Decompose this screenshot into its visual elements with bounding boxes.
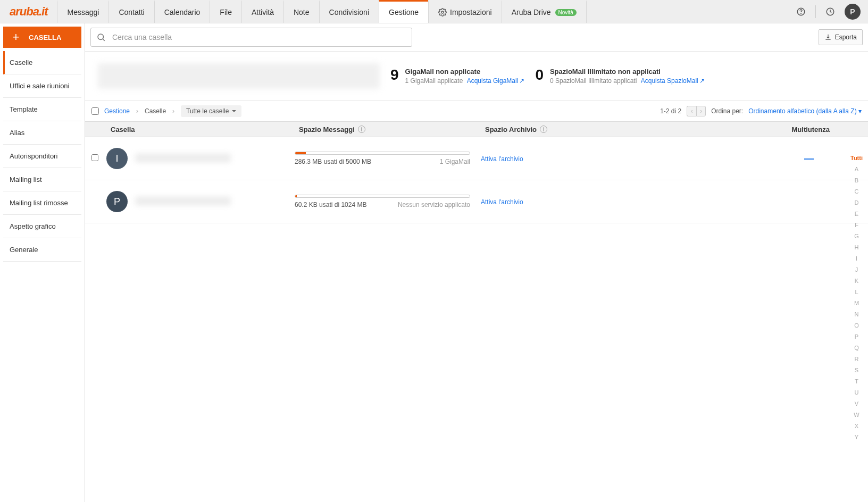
search-box[interactable] bbox=[90, 28, 412, 47]
alpha-a[interactable]: A bbox=[850, 164, 863, 175]
sort-dropdown[interactable]: Ordinamento alfabetico (dalla A alla Z) … bbox=[748, 107, 862, 115]
alpha-t[interactable]: T bbox=[850, 376, 863, 387]
usage-bar bbox=[295, 195, 470, 198]
new-casella-button[interactable]: + CASELLA bbox=[3, 27, 81, 48]
alpha-g[interactable]: G bbox=[850, 231, 863, 242]
activate-archive-link[interactable]: Attiva l'archivio bbox=[481, 155, 523, 163]
alpha-l[interactable]: L bbox=[850, 287, 863, 298]
alpha-h[interactable]: H bbox=[850, 242, 863, 253]
mailbox-address-redacted bbox=[135, 196, 231, 206]
alpha-w[interactable]: W bbox=[850, 409, 863, 421]
alpha-j[interactable]: J bbox=[850, 264, 863, 275]
new-casella-label: CASELLA bbox=[29, 34, 61, 41]
alpha-p[interactable]: P bbox=[850, 331, 863, 342]
history-icon[interactable] bbox=[821, 3, 839, 21]
tab-condivisioni[interactable]: Condivisioni bbox=[319, 0, 379, 23]
sidebar-item-autorisponditori[interactable]: Autorisponditori bbox=[3, 145, 81, 168]
chevron-right-icon: › bbox=[172, 107, 174, 115]
tab-aruba-drive[interactable]: Aruba DriveNovità bbox=[502, 0, 587, 23]
alpha-u[interactable]: U bbox=[850, 387, 863, 398]
domain-info-redacted bbox=[98, 63, 380, 89]
buy-gigamail-link[interactable]: Acquista GigaMail↗ bbox=[467, 77, 525, 85]
breadcrumb-root[interactable]: Gestione bbox=[104, 107, 130, 115]
alpha-s[interactable]: S bbox=[850, 365, 863, 376]
alpha-y[interactable]: Y bbox=[850, 432, 863, 443]
alpha-f[interactable]: F bbox=[850, 220, 863, 231]
activate-archive-link[interactable]: Attiva l'archivio bbox=[481, 198, 523, 206]
table-row[interactable]: I286.3 MB usati di 5000 MB1 GigaMailAtti… bbox=[85, 137, 868, 180]
alpha-d[interactable]: D bbox=[850, 197, 863, 208]
prev-page-button[interactable]: ‹ bbox=[687, 106, 696, 116]
tab-calendario[interactable]: Calendario bbox=[154, 0, 210, 23]
plus-icon: + bbox=[3, 30, 29, 44]
gigamail-sub: 1 GigaMail applicate bbox=[405, 77, 463, 85]
spaziomail-count: 0 bbox=[535, 68, 544, 82]
export-label: Esporta bbox=[835, 34, 857, 41]
sidebar-item-uffici-e-sale-riunioni[interactable]: Uffici e sale riunioni bbox=[3, 74, 81, 98]
tab-note[interactable]: Note bbox=[283, 0, 319, 23]
alpha-q[interactable]: Q bbox=[850, 342, 863, 354]
sidebar-item-caselle[interactable]: Caselle bbox=[3, 51, 81, 74]
filter-dropdown[interactable]: Tutte le caselle bbox=[181, 105, 241, 117]
alpha-k[interactable]: K bbox=[850, 275, 863, 287]
service-text: Nessun servizio applicato bbox=[398, 201, 470, 208]
alpha-all[interactable]: Tutti bbox=[850, 153, 863, 164]
buy-spaziomail-link[interactable]: Acquista SpazioMail↗ bbox=[641, 77, 705, 85]
service-text: 1 GigaMail bbox=[440, 158, 470, 165]
alpha-i[interactable]: I bbox=[850, 253, 863, 264]
sidebar-item-generale[interactable]: Generale bbox=[3, 238, 81, 262]
svg-point-3 bbox=[98, 34, 104, 40]
gigamail-count: 9 bbox=[390, 68, 399, 82]
brand-logo[interactable]: aruba.it bbox=[0, 0, 57, 23]
tab-file[interactable]: File bbox=[210, 0, 241, 23]
tab-contatti[interactable]: Contatti bbox=[108, 0, 154, 23]
tab-gestione[interactable]: Gestione bbox=[379, 0, 428, 23]
tab-attività[interactable]: Attività bbox=[241, 0, 283, 23]
chevron-down-icon: ▾ bbox=[858, 107, 862, 115]
novita-badge: Novità bbox=[555, 9, 577, 16]
alpha-x[interactable]: X bbox=[850, 421, 863, 432]
sidebar-item-mailing-list[interactable]: Mailing list bbox=[3, 168, 81, 191]
svg-point-2 bbox=[801, 13, 802, 14]
tab-impostazioni[interactable]: Impostazioni bbox=[428, 0, 502, 23]
filter-dropdown-label: Tutte le caselle bbox=[186, 107, 229, 115]
chevron-right-icon: › bbox=[136, 107, 138, 115]
row-checkbox[interactable] bbox=[91, 154, 98, 161]
user-avatar[interactable]: P bbox=[845, 4, 861, 20]
tab-messaggi[interactable]: Messaggi bbox=[57, 0, 108, 23]
alpha-n[interactable]: N bbox=[850, 309, 863, 320]
alpha-c[interactable]: C bbox=[850, 186, 863, 197]
chevron-down-icon bbox=[232, 110, 236, 114]
col-header-multiutenza: Multiutenza bbox=[687, 126, 862, 133]
alpha-m[interactable]: M bbox=[850, 298, 863, 309]
gigamail-counter: 9 GigaMail non applicate 1 GigaMail appl… bbox=[390, 68, 524, 85]
alpha-r[interactable]: R bbox=[850, 354, 863, 365]
help-icon[interactable] bbox=[792, 3, 810, 21]
next-page-button[interactable]: › bbox=[696, 106, 706, 116]
multiuser-value: — bbox=[683, 153, 862, 164]
sidebar-item-template[interactable]: Template bbox=[3, 98, 81, 121]
search-input[interactable] bbox=[112, 33, 406, 41]
alpha-v[interactable]: V bbox=[850, 398, 863, 409]
export-button[interactable]: Esporta bbox=[819, 29, 863, 45]
alpha-o[interactable]: O bbox=[850, 320, 863, 331]
info-icon[interactable]: i bbox=[540, 126, 547, 133]
col-header-casella: Casella bbox=[106, 126, 299, 133]
download-icon bbox=[824, 34, 832, 41]
sidebar-item-aspetto-grafico[interactable]: Aspetto grafico bbox=[3, 215, 81, 238]
select-all-checkbox[interactable] bbox=[91, 107, 99, 115]
spaziomail-sub: 0 SpazioMail Illimitato applicati bbox=[550, 77, 637, 85]
mailbox-avatar: I bbox=[106, 148, 128, 169]
sidebar-item-mailing-list-rimosse[interactable]: Mailing list rimosse bbox=[3, 191, 81, 215]
alpha-e[interactable]: E bbox=[850, 208, 863, 220]
sidebar-item-alias[interactable]: Alias bbox=[3, 121, 81, 145]
table-row[interactable]: P60.2 KB usati di 1024 MBNessun servizio… bbox=[85, 180, 868, 223]
gigamail-title: GigaMail non applicate bbox=[405, 68, 525, 76]
gear-icon bbox=[438, 8, 447, 16]
info-icon[interactable]: i bbox=[358, 126, 365, 133]
spaziomail-title: SpazioMail Illimitato non applicati bbox=[550, 68, 705, 76]
sort-label: Ordina per: bbox=[711, 107, 743, 115]
svg-point-0 bbox=[441, 11, 444, 13]
usage-text: 286.3 MB usati di 5000 MB bbox=[295, 158, 371, 165]
alpha-b[interactable]: B bbox=[850, 175, 863, 186]
